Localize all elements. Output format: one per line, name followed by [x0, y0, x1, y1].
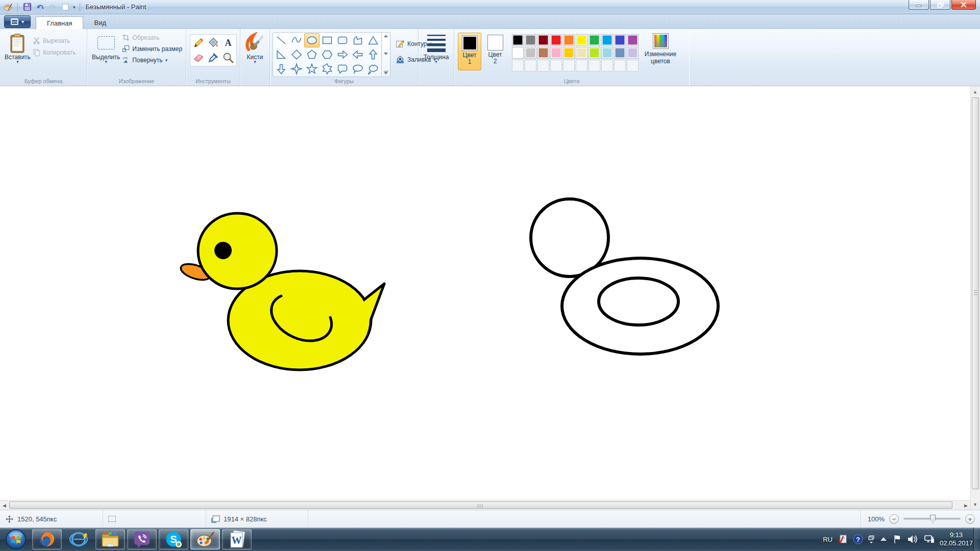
select-button[interactable]: Выделить ▾ — [90, 32, 122, 64]
shape-right-triangle[interactable] — [274, 47, 289, 62]
palette-swatch[interactable] — [512, 34, 524, 46]
tool-eraser[interactable] — [192, 51, 205, 64]
window-switch-icon[interactable] — [868, 535, 874, 543]
help-icon[interactable]: ? — [853, 534, 863, 544]
undo-icon[interactable] — [35, 2, 45, 12]
tab-view[interactable]: Вид — [83, 16, 117, 29]
shape-rectangle[interactable] — [320, 33, 335, 47]
tool-pencil[interactable] — [192, 36, 205, 49]
scroll-down-arrow[interactable]: ▼ — [971, 500, 979, 509]
palette-swatch[interactable] — [550, 34, 562, 46]
shape-callout-rounded[interactable] — [335, 62, 350, 76]
palette-swatch[interactable] — [537, 47, 549, 59]
shape-star-4[interactable] — [289, 62, 304, 76]
palette-swatch[interactable] — [576, 34, 587, 46]
tool-text[interactable]: A — [222, 36, 235, 49]
palette-swatch[interactable] — [537, 34, 549, 46]
zoom-out-button[interactable]: − — [889, 514, 899, 524]
brushes-button[interactable]: Кисти ▾ — [243, 31, 267, 64]
palette-swatch[interactable] — [525, 47, 536, 59]
shape-ellipse[interactable] — [304, 33, 320, 47]
save-icon[interactable] — [22, 2, 32, 12]
clock[interactable]: 9:13 02.05.2017 — [940, 531, 973, 547]
tool-color-picker[interactable] — [207, 51, 220, 64]
volume-icon[interactable] — [907, 534, 918, 544]
zoom-slider-thumb[interactable] — [930, 515, 936, 523]
shapes-scrollbar[interactable] — [382, 32, 390, 77]
shape-rounded-rectangle[interactable] — [335, 33, 350, 47]
resize-button[interactable]: Изменить размер — [122, 43, 182, 54]
palette-swatch[interactable] — [589, 34, 600, 46]
palette-swatch[interactable] — [563, 34, 575, 46]
palette-swatch-empty[interactable] — [563, 60, 575, 71]
palette-swatch[interactable] — [576, 47, 587, 59]
network-icon[interactable] — [923, 534, 935, 544]
zoom-slider[interactable] — [903, 518, 961, 520]
shape-line[interactable] — [274, 33, 289, 47]
palette-swatch-empty[interactable] — [525, 60, 536, 71]
palette-swatch-empty[interactable] — [512, 60, 524, 71]
shape-arrow-down[interactable] — [274, 62, 289, 76]
palette-swatch[interactable] — [601, 34, 613, 46]
scroll-up-icon[interactable] — [384, 35, 388, 37]
tool-fill[interactable] — [207, 36, 220, 49]
thickness-button[interactable]: Толщина ▾ — [422, 31, 451, 64]
show-desktop-button[interactable] — [973, 528, 980, 551]
taskbar-viber[interactable] — [127, 529, 157, 549]
palette-swatch[interactable] — [614, 47, 626, 59]
palette-swatch[interactable] — [589, 47, 600, 59]
palette-swatch[interactable] — [550, 47, 562, 59]
scroll-right-arrow[interactable]: ▶ — [962, 501, 970, 510]
color2-button[interactable]: Цвет2 — [483, 33, 507, 70]
drawing-canvas[interactable] — [0, 86, 970, 500]
shape-arrow-left[interactable] — [350, 47, 365, 62]
horizontal-scrollbar[interactable]: ◀ ▶ — [0, 500, 970, 510]
taskbar-word[interactable]: W — [222, 529, 252, 549]
palette-swatch[interactable] — [563, 47, 575, 59]
customize-dropdown-icon[interactable]: ▾ — [73, 5, 76, 10]
taskbar-skype[interactable]: S — [159, 529, 188, 549]
shapes-more-icon[interactable] — [384, 71, 388, 75]
vertical-scrollbar[interactable]: ▲ ▼ — [970, 86, 980, 510]
action-center-flag-icon[interactable] — [893, 534, 902, 544]
shape-pentagon[interactable] — [304, 47, 320, 62]
color1-button[interactable]: Цвет1 — [458, 33, 481, 70]
show-hidden-icons[interactable] — [879, 537, 888, 542]
shape-callout-oval[interactable] — [350, 62, 365, 76]
shape-triangle[interactable] — [365, 33, 381, 47]
close-button[interactable] — [951, 0, 976, 10]
zoom-in-button[interactable]: + — [965, 514, 975, 524]
shape-hexagon[interactable] — [320, 47, 335, 62]
tool-magnifier[interactable] — [222, 51, 235, 64]
palette-swatch-empty[interactable] — [537, 60, 549, 71]
palette-swatch[interactable] — [627, 34, 639, 46]
shape-arrow-right[interactable] — [335, 47, 350, 62]
palette-swatch[interactable] — [512, 47, 524, 59]
taskbar-explorer[interactable] — [95, 529, 125, 549]
vertical-scroll-thumb[interactable] — [972, 97, 979, 489]
start-button[interactable] — [2, 529, 30, 549]
scroll-up-arrow[interactable]: ▲ — [971, 87, 979, 96]
palette-swatch-empty[interactable] — [614, 60, 626, 71]
shape-callout-cloud[interactable] — [365, 62, 381, 76]
horizontal-scroll-thumb[interactable] — [9, 502, 952, 509]
palette-swatch[interactable] — [601, 47, 613, 59]
scroll-left-arrow[interactable]: ◀ — [0, 501, 9, 510]
palette-swatch-empty[interactable] — [601, 60, 613, 71]
rotate-button[interactable]: Повернуть ▾ — [122, 55, 182, 65]
taskbar-firefox[interactable] — [32, 529, 62, 549]
document-check-icon[interactable] — [838, 534, 848, 544]
restore-button[interactable] — [930, 0, 950, 10]
blank-document-icon[interactable] — [60, 2, 70, 12]
palette-swatch-empty[interactable] — [550, 60, 562, 71]
tab-home[interactable]: Главная — [36, 16, 83, 29]
shape-diamond[interactable] — [289, 47, 304, 62]
shape-polygon[interactable] — [350, 33, 365, 47]
application-menu-button[interactable]: ▾ — [4, 15, 31, 28]
taskbar-paint[interactable] — [190, 529, 220, 549]
shape-curve[interactable] — [289, 33, 304, 47]
paste-button[interactable]: Вставить ▾ — [3, 32, 33, 64]
shape-star-6[interactable] — [320, 62, 335, 76]
palette-swatch-empty[interactable] — [627, 60, 639, 71]
scroll-down-icon[interactable] — [384, 53, 388, 55]
